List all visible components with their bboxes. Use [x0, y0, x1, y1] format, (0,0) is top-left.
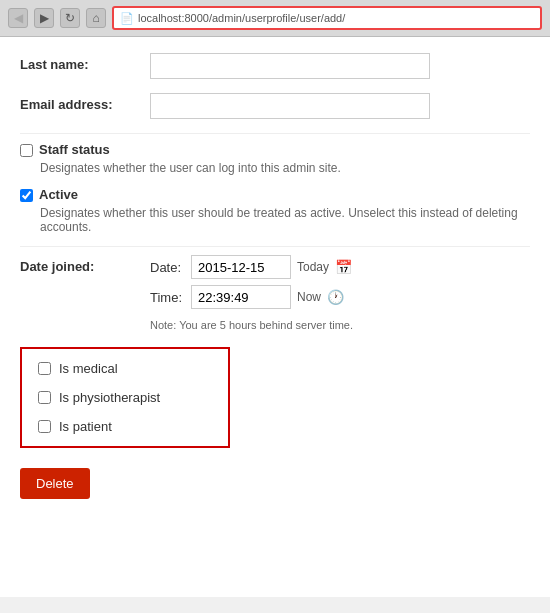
- active-row: Active: [20, 187, 530, 202]
- date-joined-section: Date joined: Date: Today 📅 Time: Now 🕐 N…: [20, 255, 530, 331]
- last-name-input[interactable]: [150, 53, 430, 79]
- forward-button[interactable]: ▶: [34, 8, 54, 28]
- last-name-label: Last name:: [20, 53, 150, 72]
- is-physiotherapist-checkbox[interactable]: [38, 391, 51, 404]
- refresh-button[interactable]: ↻: [60, 8, 80, 28]
- custom-fields-box: Is medical Is physiotherapist Is patient: [20, 347, 230, 448]
- email-input-wrapper: [150, 93, 430, 119]
- delete-button[interactable]: Delete: [20, 468, 90, 499]
- active-section: Active Designates whether this user shou…: [20, 187, 530, 234]
- staff-status-label: Staff status: [39, 142, 110, 157]
- is-physiotherapist-item: Is physiotherapist: [38, 390, 212, 405]
- is-patient-item: Is patient: [38, 419, 212, 434]
- is-patient-checkbox[interactable]: [38, 420, 51, 433]
- server-time-note: Note: You are 5 hours behind server time…: [150, 319, 353, 331]
- active-label: Active: [39, 187, 78, 202]
- active-checkbox[interactable]: [20, 189, 33, 202]
- staff-status-checkbox[interactable]: [20, 144, 33, 157]
- now-button[interactable]: Now: [297, 290, 321, 304]
- staff-status-help: Designates whether the user can log into…: [40, 161, 530, 175]
- email-row: Email address:: [20, 93, 530, 119]
- home-button[interactable]: ⌂: [86, 8, 106, 28]
- is-patient-label: Is patient: [59, 419, 112, 434]
- last-name-input-wrapper: [150, 53, 430, 79]
- is-physiotherapist-label: Is physiotherapist: [59, 390, 160, 405]
- browser-toolbar: ◀ ▶ ↻ ⌂ 📄 localhost:8000/admin/userprofi…: [0, 0, 550, 37]
- page-icon: 📄: [120, 12, 134, 25]
- date-label: Date:: [150, 260, 185, 275]
- address-bar[interactable]: 📄 localhost:8000/admin/userprofile/user/…: [112, 6, 542, 30]
- email-input[interactable]: [150, 93, 430, 119]
- url-text: localhost:8000/admin/userprofile/user/ad…: [138, 12, 345, 24]
- date-joined-label: Date joined:: [20, 255, 150, 274]
- date-input[interactable]: [191, 255, 291, 279]
- time-label: Time:: [150, 290, 185, 305]
- calendar-icon[interactable]: 📅: [335, 259, 352, 275]
- last-name-row: Last name:: [20, 53, 530, 79]
- time-row: Time: Now 🕐: [150, 285, 353, 309]
- today-button[interactable]: Today: [297, 260, 329, 274]
- email-label: Email address:: [20, 93, 150, 112]
- date-row: Date: Today 📅: [150, 255, 353, 279]
- is-medical-label: Is medical: [59, 361, 118, 376]
- is-medical-checkbox[interactable]: [38, 362, 51, 375]
- staff-status-section: Staff status Designates whether the user…: [20, 142, 530, 175]
- clock-icon[interactable]: 🕐: [327, 289, 344, 305]
- staff-status-row: Staff status: [20, 142, 530, 157]
- active-help: Designates whether this user should be t…: [40, 206, 530, 234]
- page-content: Last name: Email address: Staff status D…: [0, 37, 550, 597]
- date-time-fields: Date: Today 📅 Time: Now 🕐 Note: You are …: [150, 255, 353, 331]
- is-medical-item: Is medical: [38, 361, 212, 376]
- time-input[interactable]: [191, 285, 291, 309]
- back-button[interactable]: ◀: [8, 8, 28, 28]
